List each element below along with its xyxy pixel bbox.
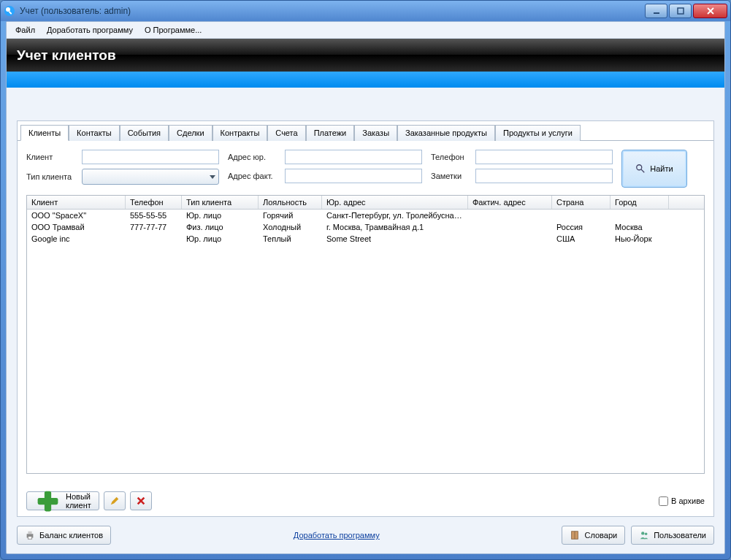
cell: 555-55-55 [126,210,182,221]
accent-bar [7,72,724,88]
tab-ordered-products[interactable]: Заказанные продукты [397,125,495,141]
table-row[interactable]: ООО Трамвай 777-77-77 Физ. лицо Холодный… [27,221,704,233]
col-type[interactable]: Тип клиента [182,196,259,209]
tab-orders[interactable]: Заказы [354,125,397,141]
new-client-button[interactable]: Новый клиент [26,491,99,510]
x-icon [136,496,146,506]
balance-label: Баланс клиентов [39,531,103,540]
chevron-down-icon [210,175,215,179]
filter-phone-input[interactable] [475,150,613,164]
col-country[interactable]: Страна [552,196,611,209]
col-city[interactable]: Город [611,196,669,209]
cell [126,233,182,245]
svg-line-6 [641,169,644,172]
col-loyalty[interactable]: Лояльность [259,196,322,209]
cell: Москва [611,221,669,233]
cell: Физ. лицо [182,221,259,233]
client-area: Файл Доработать программу О Программе...… [6,21,725,554]
label-addr-fact: Адрес факт. [228,172,280,180]
filter-panel: Клиент Тип клиента Адрес юр. [26,150,705,188]
app-window: Учет (пользователь: admin) Файл Доработа… [0,0,731,560]
archive-checkbox-input[interactable] [659,496,668,506]
grid-toolbar: Новый клиент В архиве [26,491,705,510]
cell: Some Street [322,233,468,245]
search-icon [635,164,646,174]
svg-point-1 [6,7,10,12]
cell: Теплый [259,233,322,245]
tab-products[interactable]: Продукты и услуги [495,125,581,141]
minimize-button[interactable] [645,4,667,18]
book-icon [570,530,580,540]
cell [468,233,552,245]
table-row[interactable]: Google inc Юр. лицо Теплый Some Street С… [27,233,704,245]
tab-contacts[interactable]: Контакты [69,125,120,141]
app-icon [4,5,15,17]
col-client[interactable]: Клиент [27,196,126,209]
filter-client-input[interactable] [82,150,219,164]
window-title: Учет (пользователь: admin) [20,6,645,16]
cell [552,210,611,221]
find-button[interactable]: Найти [621,150,687,188]
edit-button[interactable] [104,491,126,510]
footer-link[interactable]: Доработать программу [294,531,380,540]
cell [611,210,669,221]
svg-rect-11 [28,537,31,540]
svg-point-15 [645,533,648,536]
svg-point-14 [641,532,644,534]
tabs: Клиенты Контакты События Сделки Контракт… [18,121,713,141]
cell: ООО "SpaceX" [27,210,126,221]
tab-payments[interactable]: Платежи [306,125,355,141]
users-icon [639,530,649,540]
workarea: Клиенты Контакты События Сделки Контракт… [17,120,714,517]
find-button-label: Найти [650,164,673,173]
archive-checkbox[interactable]: В архиве [659,496,705,506]
archive-label: В архиве [671,496,705,505]
col-addr-fact[interactable]: Фактич. адрес [468,196,552,209]
maximize-button[interactable] [669,4,692,18]
menu-about[interactable]: О Программе... [139,23,207,37]
grid-body: ООО "SpaceX" 555-55-55 Юр. лицо Горячий … [27,210,704,245]
col-phone[interactable]: Телефон [126,196,182,209]
filter-addr-fact-input[interactable] [285,169,422,183]
dictionaries-button[interactable]: Словари [562,526,625,545]
table-row[interactable]: ООО "SpaceX" 555-55-55 Юр. лицо Горячий … [27,210,704,221]
tab-clients[interactable]: Клиенты [20,125,69,141]
cell [468,210,552,221]
tab-contracts[interactable]: Контракты [213,125,268,141]
menu-file[interactable]: Файл [9,23,41,37]
filter-notes-input[interactable] [475,169,613,183]
col-addr-legal[interactable]: Юр. адрес [322,196,468,209]
new-client-label: Новый клиент [66,492,91,510]
delete-button[interactable] [130,491,152,510]
cell: Санкт-Петербург, ул. Тролейбусная... [322,210,468,221]
svg-rect-10 [28,532,31,534]
filter-addr-legal-input[interactable] [285,150,422,164]
cell: Юр. лицо [182,233,259,245]
printer-icon [25,530,35,540]
dictionaries-label: Словари [584,531,617,540]
balance-button[interactable]: Баланс клиентов [17,526,111,545]
svg-rect-4 [678,8,684,14]
close-button[interactable] [693,4,727,18]
clients-grid: Клиент Телефон Тип клиента Лояльность Юр… [26,195,705,474]
footer: Баланс клиентов Доработать программу Сло… [17,526,714,545]
tab-deals[interactable]: Сделки [169,125,213,141]
filter-type-combo[interactable] [82,169,219,185]
cell: 777-77-77 [126,221,182,233]
tab-events[interactable]: События [120,125,169,141]
users-button[interactable]: Пользователи [631,526,714,545]
cell: Google inc [27,233,126,245]
tab-invoices[interactable]: Счета [267,125,305,141]
titlebar[interactable]: Учет (пользователь: admin) [1,1,730,21]
tab-content: Клиент Тип клиента Адрес юр. [18,141,713,480]
cell: Холодный [259,221,322,233]
label-phone: Телефон [431,153,471,161]
menubar: Файл Доработать программу О Программе... [7,22,724,39]
plus-icon [34,488,61,515]
cell: г. Москва, Трамвайная д.1 [322,221,468,233]
page-title: Учет клиентов [17,47,116,64]
menu-customize[interactable]: Доработать программу [41,23,139,37]
banner: Учет клиентов [7,39,724,72]
pencil-icon [110,496,120,506]
label-type: Тип клиента [26,172,77,181]
